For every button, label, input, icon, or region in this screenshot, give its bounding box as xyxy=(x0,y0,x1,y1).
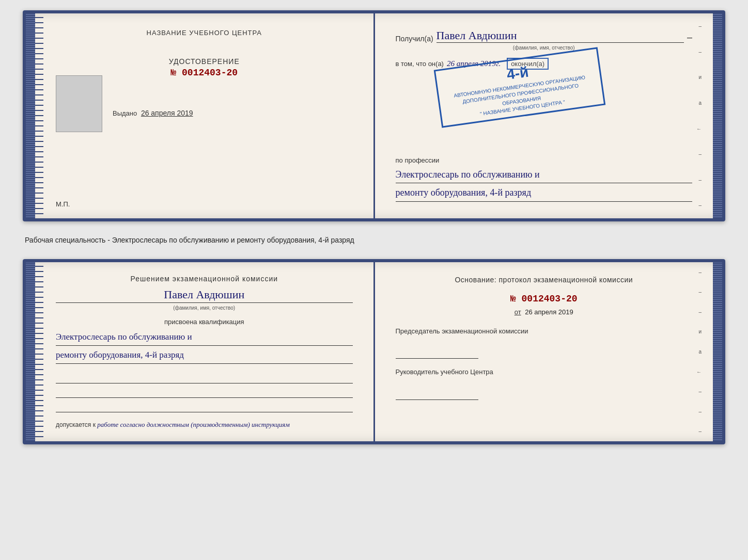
top-doc-right: Получил(a) Павел Авдюшин – (фамилия, имя… xyxy=(375,13,713,218)
ot-date-value: 26 апреля 2019 xyxy=(525,308,573,316)
proto-number: 0012403-20 xyxy=(522,294,578,304)
rukovoditel-label: Руководитель учебного Центра xyxy=(396,367,693,377)
fio-label-top: (фамилия, имя, отчество) xyxy=(396,45,693,51)
left-spine xyxy=(26,13,35,218)
qualification-line2: ремонту оборудования, 4-й разряд xyxy=(56,347,353,364)
predsedatel-signature-line xyxy=(396,346,478,359)
bottom-recipient-name: Павел Авдюшин xyxy=(56,288,353,303)
blank-line-3 xyxy=(56,400,353,412)
vtom-label: в том, что он(а) xyxy=(396,60,444,68)
dopuskaetsya-text: работе согласно должностным (производств… xyxy=(97,421,289,428)
prisvoena-label: присвоена квалификация xyxy=(56,318,353,326)
resheniem-title: Решением экзаменационной комиссии xyxy=(56,275,353,283)
bottom-left-decoration xyxy=(35,262,43,442)
bottom-right-side-marks: – – – и а ← – – – xyxy=(694,262,702,442)
number-prefix: № xyxy=(170,68,176,78)
top-doc-left: НАЗВАНИЕ УЧЕБНОГО ЦЕНТРА УДОСТОВЕРЕНИЕ №… xyxy=(35,13,375,218)
signature-lines xyxy=(56,371,353,412)
bottom-doc-left: Решением экзаменационной комиссии Павел … xyxy=(35,262,375,442)
right-spine xyxy=(713,13,722,218)
bottom-left-spine xyxy=(26,262,35,442)
poluchil-label: Получил(a) xyxy=(396,35,433,43)
proto-prefix: № xyxy=(510,294,516,304)
po-professii-label: по профессии xyxy=(396,156,693,164)
ot-label: от xyxy=(515,308,521,316)
osnovanie-title: Основание: протокол экзаменационной коми… xyxy=(396,275,693,285)
number-value: 0012403-20 xyxy=(182,68,238,78)
predsedatel-label: Председатель экзаменационной комиссии xyxy=(396,326,693,337)
blank-line-2 xyxy=(56,386,353,398)
dopuskaetsya-label: допускается к xyxy=(56,421,96,428)
signature-section: Председатель экзаменационной комиссии Ру… xyxy=(396,326,693,400)
udostoverenie-title: УДОСТОВЕРЕНИЕ xyxy=(56,57,353,66)
stamp-area: 4-й АВТОНОМНУЮ НЕКОММЕРЧЕСКУЮ ОРГАНИЗАЦИ… xyxy=(396,74,693,120)
dash: – xyxy=(687,32,692,43)
dopuskaetsya-section: допускается к работе согласно должностны… xyxy=(56,421,353,429)
vydano-date: 26 апреля 2019 xyxy=(141,109,193,117)
right-side-marks: – – и а ← – – – xyxy=(694,13,702,218)
ot-date-line: от 26 апреля 2019 xyxy=(396,308,693,316)
bottom-doc-right: Основание: протокол экзаменационной коми… xyxy=(375,262,713,442)
profession-line1: Электрослесарь по обслуживанию и xyxy=(396,166,693,183)
mp-label: М.П. xyxy=(56,200,70,208)
bottom-fio-label: (фамилия, имя, отчество) xyxy=(56,305,353,311)
specialty-description: Рабочая специальность - Электрослесарь п… xyxy=(25,236,354,244)
profession-section: по профессии Электрослесарь по обслужива… xyxy=(396,156,693,202)
vydano-label: Выдано xyxy=(113,109,137,117)
qualification-line1: Электрослесарь по обслуживанию и xyxy=(56,329,353,346)
protocol-number: № 0012403-20 xyxy=(396,294,693,304)
rukovoditel-signature-line xyxy=(396,388,478,400)
bottom-right-spine xyxy=(713,262,722,442)
between-text: Рабочая специальность - Электрослесарь п… xyxy=(23,231,725,250)
blank-line-1 xyxy=(56,371,353,383)
bottom-document: Решением экзаменационной комиссии Павел … xyxy=(23,259,725,445)
poluchil-line: Получил(a) Павел Авдюшин – xyxy=(396,29,693,43)
recipient-name: Павел Авдюшин xyxy=(437,29,684,43)
profession-line2: ремонту оборудования, 4-й разряд xyxy=(396,184,693,201)
photo-area xyxy=(56,75,102,132)
center-name-label: НАЗВАНИЕ УЧЕБНОГО ЦЕНТРА xyxy=(56,29,353,37)
top-document: НАЗВАНИЕ УЧЕБНОГО ЦЕНТРА УДОСТОВЕРЕНИЕ №… xyxy=(23,10,725,221)
left-decoration xyxy=(35,13,43,218)
